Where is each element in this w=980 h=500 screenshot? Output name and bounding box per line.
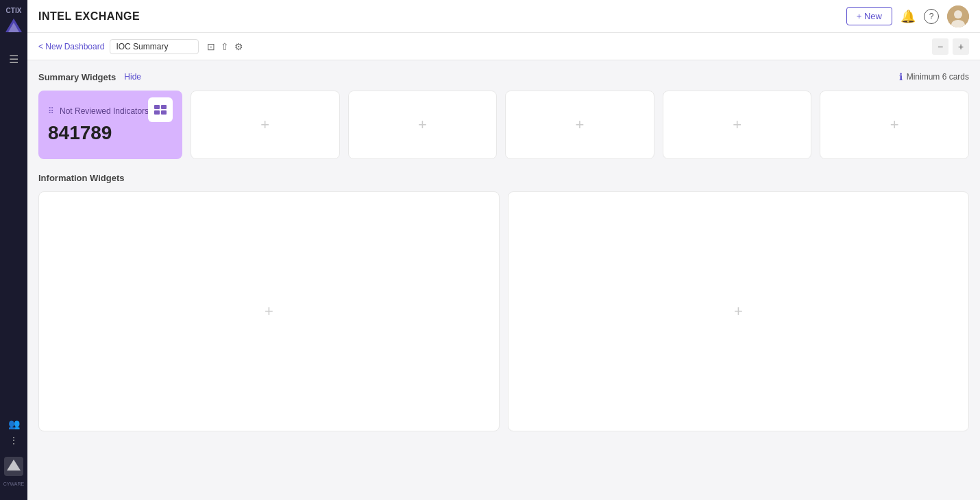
- settings-dashboard-icon[interactable]: ⚙: [234, 41, 243, 52]
- cyware-label: CYWARE: [3, 481, 24, 486]
- help-icon[interactable]: ?: [924, 9, 939, 24]
- add-widget-icon-1: +: [260, 116, 269, 134]
- summary-section-label: Summary Widgets: [38, 72, 116, 82]
- info-section-label: Information Widgets: [38, 173, 125, 183]
- card-value: 841789: [48, 122, 112, 143]
- info-widget-cards: + +: [38, 191, 969, 431]
- new-button[interactable]: + New: [846, 7, 892, 25]
- ctix-label: CTIX: [6, 7, 22, 14]
- topbar-right: + New 🔔 ?: [846, 5, 969, 27]
- svg-rect-11: [161, 110, 167, 115]
- drag-handle-icon[interactable]: ⠿: [48, 106, 54, 116]
- summary-header-right: ℹ Minimum 6 cards: [899, 71, 969, 82]
- save-dashboard-icon[interactable]: ⊡: [207, 41, 215, 52]
- subnav: < New Dashboard ⊡ ⇧ ⚙ − +: [27, 33, 980, 60]
- add-widget-icon-3: +: [576, 116, 585, 134]
- hide-button[interactable]: Hide: [124, 72, 141, 82]
- card-thumbnail-icon: [148, 97, 173, 122]
- sidebar: CTIX ☰ 👥 ⋮ CYWARE: [0, 0, 27, 500]
- summary-section-header: Summary Widgets Hide ℹ Minimum 6 cards: [38, 71, 969, 82]
- empty-widget-card-1[interactable]: +: [191, 91, 340, 159]
- svg-point-5: [954, 10, 962, 19]
- subnav-action-icons: ⊡ ⇧ ⚙: [207, 41, 243, 52]
- zoom-out-button[interactable]: −: [932, 38, 948, 55]
- app-title: INTEL EXCHANGE: [38, 10, 140, 23]
- info-icon: ℹ: [899, 71, 903, 82]
- subnav-right: − +: [932, 38, 969, 55]
- add-info-widget-icon-1: +: [265, 302, 273, 320]
- dashboard-name-input[interactable]: [110, 39, 199, 54]
- summary-widget-cards: ⠿ Not Reviewed Indicators ··· 841789: [38, 91, 969, 159]
- cyware-brand-icon: [4, 457, 23, 476]
- back-link[interactable]: < New Dashboard: [38, 42, 104, 51]
- topbar-left: INTEL EXCHANGE: [38, 10, 140, 23]
- add-widget-icon-5: +: [890, 116, 899, 134]
- empty-widget-card-2[interactable]: +: [348, 91, 498, 159]
- svg-rect-8: [154, 105, 160, 109]
- main-area: INTEL EXCHANGE + New 🔔 ? < New Dashboard…: [27, 0, 980, 500]
- card-title: Not Reviewed Indicators: [60, 106, 149, 116]
- share-dashboard-icon[interactable]: ⇧: [221, 41, 229, 52]
- empty-widget-card-4[interactable]: +: [663, 91, 812, 159]
- add-widget-icon-4: +: [733, 116, 742, 134]
- empty-widget-card-3[interactable]: +: [505, 91, 654, 159]
- user-avatar[interactable]: [947, 5, 969, 27]
- content-area: Summary Widgets Hide ℹ Minimum 6 cards ⠿…: [27, 60, 980, 500]
- summary-header-left: Summary Widgets Hide: [38, 72, 141, 82]
- cyware-logo-icon: [4, 17, 23, 36]
- hamburger-icon[interactable]: ☰: [9, 53, 19, 66]
- info-widget-card-2[interactable]: +: [508, 191, 969, 431]
- min-cards-notice: Minimum 6 cards: [907, 72, 969, 82]
- zoom-in-button[interactable]: +: [953, 38, 969, 55]
- add-info-widget-icon-2: +: [734, 302, 743, 320]
- user-group-icon[interactable]: 👥: [8, 418, 20, 429]
- empty-widget-card-5[interactable]: +: [820, 91, 969, 159]
- more-options-icon[interactable]: ⋮: [9, 435, 19, 446]
- svg-rect-9: [161, 105, 167, 109]
- svg-rect-10: [154, 110, 160, 115]
- info-section-header: Information Widgets: [38, 173, 969, 183]
- topbar: INTEL EXCHANGE + New 🔔 ?: [27, 0, 980, 33]
- not-reviewed-indicators-card[interactable]: ⠿ Not Reviewed Indicators ··· 841789: [38, 91, 182, 159]
- add-widget-icon-2: +: [418, 116, 427, 134]
- info-widget-card-1[interactable]: +: [38, 191, 500, 431]
- notification-bell-icon[interactable]: 🔔: [901, 9, 916, 24]
